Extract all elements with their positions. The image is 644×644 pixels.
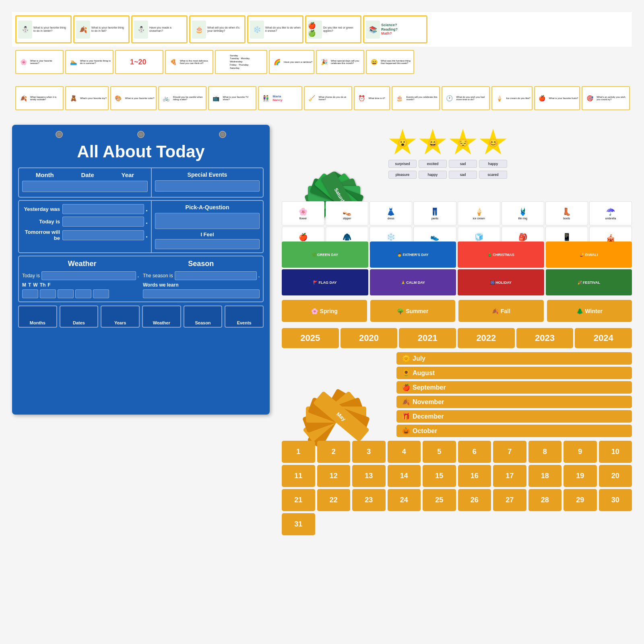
season-slot[interactable] [175,271,257,280]
year-2022[interactable]: 2022 [458,328,515,348]
season-fall[interactable]: 🍂 Fall [458,300,544,322]
date-23[interactable]: 23 [352,489,386,511]
date-9[interactable]: 9 [564,441,597,463]
date-24[interactable]: 24 [388,489,421,511]
season-summer[interactable]: 🌳 Summer [370,300,456,322]
day-slot-f[interactable] [93,289,109,298]
paq-slot[interactable] [155,213,260,229]
card-birthday[interactable]: 🎂 What will you do when it's your birthd… [189,15,246,43]
weather-today-slot[interactable] [41,271,136,280]
today-slot[interactable] [62,217,144,227]
words-slot[interactable] [143,289,260,298]
card-t9[interactable]: 🎂 Events will you celebrate this month? [392,86,440,110]
card-s8[interactable]: 😄 What was the funniest thing that happe… [366,50,414,74]
date-19[interactable]: 19 [564,465,597,487]
vocab-icecream[interactable]: 🍦ice cream [458,201,500,225]
card-snowman[interactable]: ⛄ Have you made a snowman? [131,15,188,43]
card-t2[interactable]: 🧸 What's your favorite toy? [65,86,109,110]
date-25[interactable]: 25 [423,489,456,511]
date-1[interactable]: 1 [282,441,315,463]
date-18[interactable]: 18 [528,465,562,487]
i-feel-slot[interactable] [155,239,260,249]
card-apples[interactable]: 🍎🍏 Do you like red or green apples? [305,15,361,43]
date-4[interactable]: 4 [388,441,421,463]
event-card-fathers-day[interactable]: 👨 FATHER'S DAY [370,242,456,268]
card-t13[interactable]: 🎯 What's an activity you wish you could … [582,86,630,110]
date-6[interactable]: 6 [458,441,491,463]
pocket-events[interactable]: Events [225,305,264,328]
date-20[interactable]: 20 [599,465,632,487]
day-slot-t[interactable] [40,289,56,298]
card-t10[interactable]: 🕐 What do you wish you had more time to … [442,86,490,110]
month-august[interactable]: 🌻 August [396,367,632,379]
date-2[interactable]: 2 [317,441,351,463]
tomorrow-slot[interactable] [62,230,144,240]
event-card-holiday[interactable]: 🎆 HOLIDAY [458,269,544,295]
pocket-years[interactable]: Years [101,305,140,328]
pocket-weather[interactable]: Weather [142,305,181,328]
card-fall[interactable]: 🍂 What is your favorite thing to do in f… [73,15,130,43]
date-17[interactable]: 17 [493,465,526,487]
event-card-festival[interactable]: 🎉 FESTIVAL [546,269,632,295]
date-10[interactable]: 10 [599,441,632,463]
day-slot-th[interactable] [75,289,91,298]
year-2021[interactable]: 2021 [399,328,456,348]
season-spring[interactable]: 🌸 Spring [282,300,367,322]
date-22[interactable]: 22 [317,489,351,511]
month-december[interactable]: 🎁 December [396,410,632,423]
vocab-slipper[interactable]: 👡slipper [326,201,368,225]
pocket-season[interactable]: Season [184,305,223,328]
month-october[interactable]: 🎃 October [396,425,632,437]
card-subject[interactable]: 📚 Science?Reading?Math? [363,15,427,43]
vocab-swim[interactable]: 🩱life ring [502,201,544,225]
month-september[interactable]: 🍎 September [396,381,632,394]
card-s5[interactable]: SundayTuesday · MondayWednesdayFriday · … [215,50,267,74]
date-29[interactable]: 29 [564,489,597,511]
date-14[interactable]: 14 [388,465,421,487]
date-12[interactable]: 12 [317,465,351,487]
special-events-slot[interactable] [155,180,260,192]
date-15[interactable]: 15 [423,465,456,487]
day-slot-m[interactable] [22,289,38,298]
card-t7[interactable]: 🧹 What chores do you do at home? [304,86,352,110]
vocab-umbrella[interactable]: ☂️umbrella [589,201,632,225]
date-30[interactable]: 30 [599,489,632,511]
card-t11[interactable]: 🍦 Ice cream do you like? [491,86,533,110]
card-s4[interactable]: 🍕 What is the most delicious food you ca… [165,50,213,74]
vocab-dress[interactable]: 👗dress [369,201,412,225]
card-s7[interactable]: 🎉 What special days will you celebrate t… [316,50,364,74]
event-card-flag-day[interactable]: 🚩 FLAG DAY [282,269,368,295]
pocket-dates[interactable]: Dates [60,305,99,328]
month-july[interactable]: 🌞 July [396,352,632,365]
event-card-calm[interactable]: 🙏 CALM DAY [370,269,456,295]
date-26[interactable]: 26 [458,489,491,511]
vocab-pants[interactable]: 👖pants [413,201,456,225]
card-t4[interactable]: 🚲 Should you be careful when riding a bi… [158,86,206,110]
yesterday-slot[interactable] [62,204,144,214]
date-13[interactable]: 13 [352,465,386,487]
event-card-green-day[interactable]: 🌿 GREEN DAY [282,242,368,268]
card-winter[interactable]: ⛄ What is your favorite thing to do in w… [15,15,72,43]
date-28[interactable]: 28 [528,489,562,511]
card-s6[interactable]: 🌈 Have you seen a rainbow? [269,50,314,74]
card-s3[interactable]: 1~20 [115,50,163,74]
season-winter[interactable]: 🌲 Winter [547,300,632,322]
date-8[interactable]: 8 [528,441,562,463]
date-27[interactable]: 27 [493,489,526,511]
card-t6[interactable]: 👫 MariaNancy [258,86,302,110]
month-november[interactable]: 🍂 November [396,396,632,408]
date-3[interactable]: 3 [352,441,386,463]
date-21[interactable]: 21 [282,489,315,511]
card-t12[interactable]: 🍎 What is your favorite fruits? [534,86,580,110]
day-slot-w[interactable] [58,289,74,298]
pocket-months[interactable]: Months [18,305,57,328]
event-card-christmas[interactable]: 🎄 CHRISTMAS [458,242,544,268]
card-s1[interactable]: 🌸 What is your favorite season? [15,50,64,74]
year-2024[interactable]: 2024 [575,328,632,348]
year-2025[interactable]: 2025 [282,328,339,348]
vocab-flower[interactable]: 🌸flower [282,201,324,225]
date-input-slot[interactable] [22,181,148,192]
card-t8[interactable]: ⏰ What time is it? [354,86,390,110]
year-2023[interactable]: 2023 [516,328,574,348]
event-card-diwali[interactable]: 🪔 DIWALI [546,242,632,268]
